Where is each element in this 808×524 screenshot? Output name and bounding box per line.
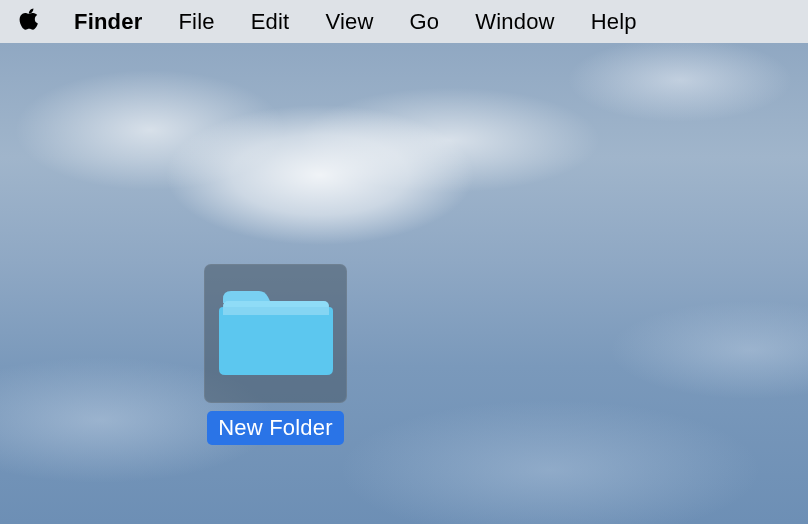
apple-logo-icon xyxy=(18,6,40,38)
folder-label[interactable]: New Folder xyxy=(207,411,343,445)
menu-help[interactable]: Help xyxy=(573,9,655,35)
menu-file[interactable]: File xyxy=(160,9,232,35)
menu-window[interactable]: Window xyxy=(457,9,572,35)
desktop-folder-selected[interactable]: New Folder xyxy=(204,264,347,445)
menu-app-name[interactable]: Finder xyxy=(74,9,160,35)
svg-rect-1 xyxy=(223,307,329,315)
folder-selection-highlight xyxy=(204,264,347,403)
folder-icon xyxy=(219,287,333,381)
menu-edit[interactable]: Edit xyxy=(233,9,308,35)
menu-go[interactable]: Go xyxy=(392,9,458,35)
desktop[interactable]: Finder File Edit View Go Window Help xyxy=(0,0,808,524)
menu-view[interactable]: View xyxy=(307,9,391,35)
apple-menu[interactable] xyxy=(18,6,52,38)
menubar: Finder File Edit View Go Window Help xyxy=(0,0,808,43)
desktop-wallpaper xyxy=(0,0,808,524)
